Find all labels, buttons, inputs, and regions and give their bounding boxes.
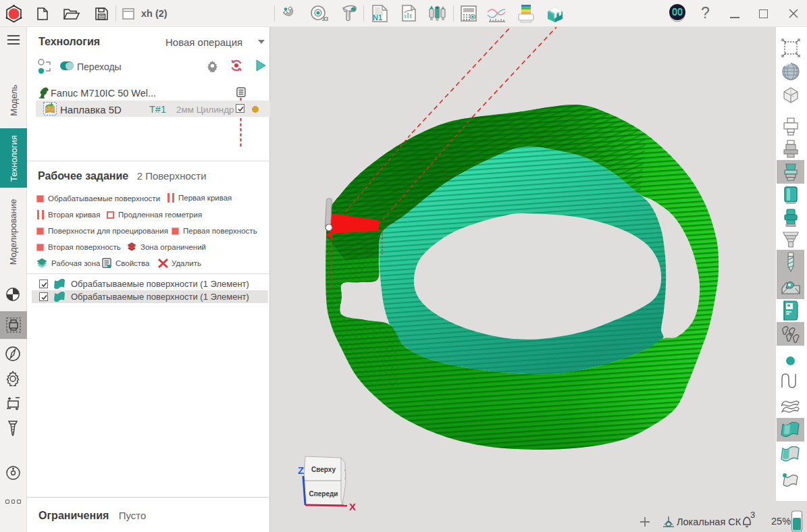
svg-text:Сверху: Сверху [311,466,336,473]
svg-text:N1: N1 [373,14,382,22]
svg-text:Z: Z [298,464,304,476]
svg-text:25%: 25% [771,516,791,527]
svg-text:3: 3 [750,510,755,520]
svg-text:Локальная СК: Локальная СК [677,516,741,527]
svg-text:X: X [349,501,356,512]
svg-text:Спереди: Спереди [309,490,338,498]
